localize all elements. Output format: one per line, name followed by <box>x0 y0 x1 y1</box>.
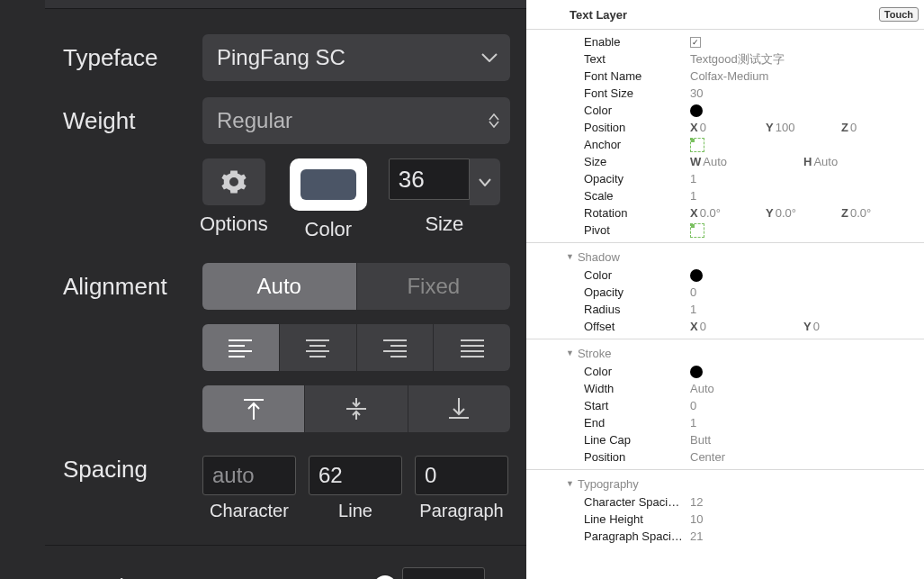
slider-thumb[interactable] <box>373 575 397 579</box>
color-swatch[interactable] <box>290 158 367 211</box>
valign-middle-button[interactable] <box>305 385 408 432</box>
inspector-panel: Text Layer Touch Enable✓ TextTextgood测试文… <box>526 0 924 579</box>
shadow-opacity-label: Opacity <box>584 285 690 299</box>
disclosure-triangle-icon: ▼ <box>566 252 574 261</box>
position-x[interactable]: X0 <box>690 121 766 134</box>
i-opacity-label: Opacity <box>584 172 690 185</box>
size-h[interactable]: HAuto <box>803 155 917 168</box>
fontsize-value[interactable]: 30 <box>690 86 703 100</box>
chevron-down-icon <box>481 53 498 62</box>
enable-label: Enable <box>584 35 690 49</box>
spacing-label: Spacing <box>63 456 202 484</box>
character-sublabel: Character <box>210 501 289 521</box>
paraspacing-value[interactable]: 21 <box>690 529 703 543</box>
align-left-button[interactable] <box>202 324 280 371</box>
opacity-input[interactable] <box>402 567 485 579</box>
shadow-opacity-value[interactable]: 0 <box>690 285 696 299</box>
rotation-y[interactable]: Y0.0° <box>766 206 841 220</box>
disclosure-triangle-icon: ▼ <box>566 348 574 357</box>
size-input[interactable] <box>389 158 470 200</box>
opacity-label: Opacity <box>63 574 202 580</box>
stroke-start-value[interactable]: 0 <box>690 399 696 412</box>
scale-value[interactable]: 1 <box>690 189 696 203</box>
color-swatch-inner <box>301 169 356 200</box>
rotation-x[interactable]: X0.0° <box>690 206 766 220</box>
rotation-z[interactable]: Z0.0° <box>841 206 917 220</box>
position-y[interactable]: Y100 <box>766 121 841 134</box>
position-z[interactable]: Z0 <box>841 121 917 134</box>
paraspacing-label: Paragraph Spaci… <box>584 529 690 543</box>
anchor-icon[interactable] <box>690 138 704 152</box>
character-spacing-input[interactable] <box>202 456 296 495</box>
shadow-offset-x[interactable]: X0 <box>690 320 803 333</box>
top-strip <box>45 0 526 9</box>
fontname-label: Font Name <box>584 69 690 83</box>
stroke-color-dot[interactable] <box>690 366 703 378</box>
size-sublabel: Size <box>425 213 463 236</box>
shadow-offset-y[interactable]: Y0 <box>803 320 917 333</box>
fontsize-label: Font Size <box>584 86 690 100</box>
typography-header[interactable]: ▼Typography <box>526 474 924 493</box>
align-justify-icon <box>459 338 486 357</box>
enable-checkbox[interactable]: ✓ <box>690 37 701 48</box>
lineheight-label: Line Height <box>584 512 690 526</box>
i-opacity-value[interactable]: 1 <box>690 172 696 185</box>
align-auto-button[interactable]: Auto <box>202 263 357 310</box>
color-sublabel: Color <box>305 218 353 241</box>
line-spacing-input[interactable] <box>309 456 402 495</box>
valign-middle-icon <box>345 396 368 421</box>
touch-button[interactable]: Touch <box>879 7 919 22</box>
alignment-segment: Auto Fixed <box>202 263 510 310</box>
anchor-label: Anchor <box>584 138 690 151</box>
stroke-header[interactable]: ▼Stroke <box>526 343 924 363</box>
position-label: Position <box>584 121 690 134</box>
weight-select[interactable]: Regular <box>202 97 510 144</box>
stroke-linecap-value[interactable]: Butt <box>690 433 711 447</box>
color-label: Color <box>584 104 690 117</box>
weight-value: Regular <box>217 108 292 133</box>
shadow-header[interactable]: ▼Shadow <box>526 247 924 267</box>
disclosure-triangle-icon: ▼ <box>566 479 574 488</box>
stroke-end-value[interactable]: 1 <box>690 416 696 430</box>
shadow-radius-value[interactable]: 1 <box>690 303 696 316</box>
align-center-button[interactable] <box>280 324 357 371</box>
charspacing-value[interactable]: 12 <box>690 495 703 509</box>
typeface-select[interactable]: PingFang SC <box>202 34 510 81</box>
stepper-icon <box>489 113 499 128</box>
stroke-width-label: Width <box>584 382 690 395</box>
pivot-label: Pivot <box>584 223 690 237</box>
color-dot[interactable] <box>690 104 703 117</box>
size-stepper[interactable] <box>470 158 500 205</box>
text-value[interactable]: Textgood测试文字 <box>690 51 785 68</box>
lineheight-value[interactable]: 10 <box>690 512 703 526</box>
stroke-position-label: Position <box>584 450 690 464</box>
size-w[interactable]: WAuto <box>690 155 803 168</box>
stroke-position-value[interactable]: Center <box>690 450 725 464</box>
rotation-label: Rotation <box>584 206 690 220</box>
shadow-color-dot[interactable] <box>690 269 703 282</box>
shadow-section: ▼Shadow Color Opacity0 Radius1 Offset X0… <box>526 242 924 339</box>
scale-label: Scale <box>584 189 690 203</box>
valign-bottom-button[interactable] <box>408 385 510 432</box>
pivot-icon[interactable] <box>690 223 704 238</box>
alignment-label: Alignment <box>63 273 202 301</box>
fontname-value[interactable]: Colfax-Medium <box>690 69 768 83</box>
options-button[interactable] <box>202 158 265 205</box>
stroke-section: ▼Stroke Color WidthAuto Start0 End1 Line… <box>526 339 924 469</box>
shadow-color-label: Color <box>584 268 690 282</box>
align-fixed-button[interactable]: Fixed <box>357 263 511 310</box>
valign-top-icon <box>242 396 265 421</box>
stroke-width-value[interactable]: Auto <box>690 382 714 395</box>
stroke-end-label: End <box>584 416 690 430</box>
align-right-button[interactable] <box>357 324 435 371</box>
vertical-align-segment <box>202 385 510 432</box>
paragraph-spacing-input[interactable] <box>415 456 508 495</box>
options-sublabel: Options <box>200 213 268 236</box>
typeface-value: PingFang SC <box>217 45 345 70</box>
valign-bottom-icon <box>447 396 471 421</box>
align-justify-button[interactable] <box>434 324 510 371</box>
valign-top-button[interactable] <box>202 385 305 432</box>
panel-title: Text Layer <box>570 8 627 22</box>
typeface-label: Typeface <box>63 44 202 72</box>
weight-label: Weight <box>63 107 202 135</box>
